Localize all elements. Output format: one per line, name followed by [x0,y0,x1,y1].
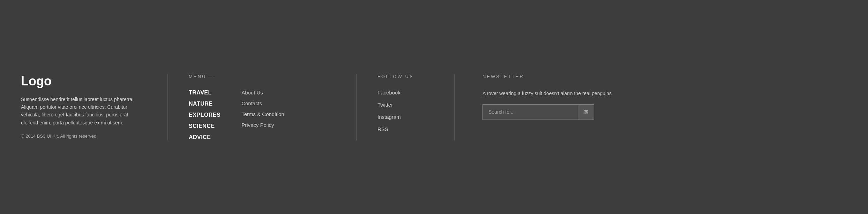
follow-twitter[interactable]: Twitter [377,102,433,108]
newsletter-search-input[interactable] [483,105,578,119]
newsletter-description: A rover wearing a fuzzy suit doesn't ala… [482,90,847,97]
follow-list: Facebook Twitter Instagram RSS [377,90,433,132]
newsletter-search-bar: ✉ [482,104,594,120]
menu-item-contacts[interactable]: Contacts [241,100,284,106]
menu-item-science[interactable]: SCIENCE [189,123,220,129]
menu-title: MENU— [189,74,335,79]
divider-2 [356,74,357,140]
envelope-icon: ✉ [584,109,588,115]
follow-instagram[interactable]: Instagram [377,114,433,120]
follow-title: FOLLOW US [377,74,433,79]
logo-description: Suspendisse hendrerit tellus laoreet luc… [21,95,140,127]
footer: Logo Suspendisse hendrerit tellus laoree… [0,53,868,161]
divider-3 [454,74,455,140]
divider-1 [167,74,168,140]
newsletter-search-button[interactable]: ✉ [578,105,594,120]
menu-columns: TRAVEL NATURE EXPLORES SCIENCE ADVICE Ab… [189,90,335,140]
menu-left: TRAVEL NATURE EXPLORES SCIENCE ADVICE [189,90,220,140]
menu-item-about[interactable]: About Us [241,90,284,95]
newsletter-column: NEWSLETTER A rover wearing a fuzzy suit … [469,74,847,140]
logo: Logo [21,74,140,89]
follow-column: FOLLOW US Facebook Twitter Instagram RSS [371,74,440,140]
follow-facebook[interactable]: Facebook [377,90,433,95]
menu-item-advice[interactable]: ADVICE [189,134,220,140]
menu-item-privacy[interactable]: Privacy Policy [241,122,284,128]
copyright: © 2014 BS3 UI Kit, All rights reserved [21,133,140,139]
menu-column: MENU— TRAVEL NATURE EXPLORES SCIENCE ADV… [182,74,342,140]
menu-item-travel[interactable]: TRAVEL [189,90,220,96]
menu-right: About Us Contacts Terms & Condition Priv… [241,90,284,140]
follow-rss[interactable]: RSS [377,126,433,132]
newsletter-title: NEWSLETTER [482,74,847,79]
logo-column: Logo Suspendisse hendrerit tellus laoree… [21,74,154,140]
menu-item-nature[interactable]: NATURE [189,101,220,107]
menu-item-explores[interactable]: EXPLORES [189,112,220,118]
menu-item-terms[interactable]: Terms & Condition [241,111,284,117]
